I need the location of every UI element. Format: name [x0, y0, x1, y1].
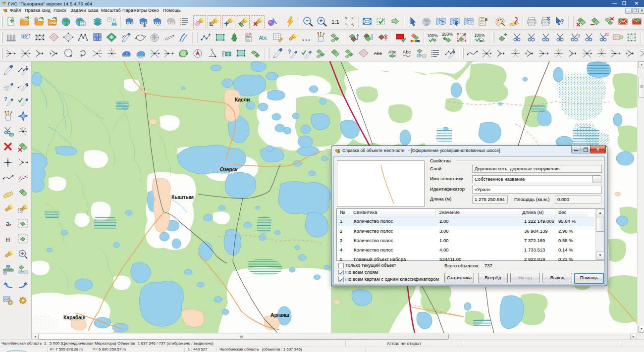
- svg-text:Озерск: Озерск: [220, 166, 238, 172]
- svg-text:Кыштым: Кыштым: [171, 194, 194, 200]
- svg-text:Касли: Касли: [235, 97, 250, 102]
- svg-text:Карабаш: Карабаш: [63, 314, 85, 320]
- svg-text:Аргаяш: Аргаяш: [270, 312, 289, 318]
